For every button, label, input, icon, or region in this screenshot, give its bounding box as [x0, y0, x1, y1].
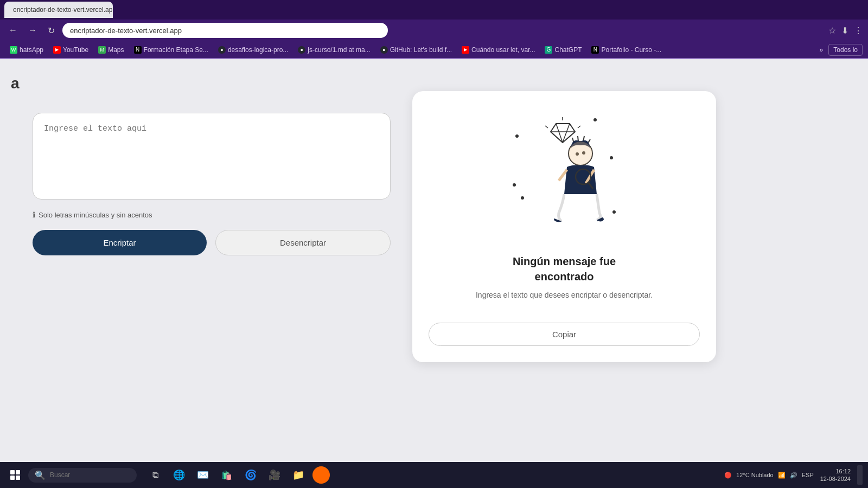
language-indicator: ESP: [802, 472, 814, 478]
download-icon[interactable]: ⬇: [841, 25, 848, 36]
taskbar-right: 🔴 12°C Nublado 📶 🔊 ESP 16:12 12-08-2024: [724, 465, 863, 485]
start-button[interactable]: [5, 465, 25, 485]
taskbar-search-icon: 🔍: [35, 470, 46, 480]
store-app[interactable]: 🛍️: [217, 465, 237, 485]
toolbar-icons: ☆ ⬇ ⋮: [828, 25, 863, 36]
time-display: 16:12: [820, 467, 851, 475]
tray-icon-1: 🔴: [724, 472, 732, 479]
date-display: 12-08-2024: [820, 475, 851, 483]
task-view-button[interactable]: ⧉: [145, 465, 165, 485]
tab-label: encriptador-de-texto-vert.vercel.app: [13, 6, 113, 14]
system-tray: 🔴 12°C Nublado 📶 🔊 ESP: [724, 472, 814, 479]
network-icon: 📶: [778, 472, 786, 479]
time-date: 16:12 12-08-2024: [820, 467, 851, 483]
files-app[interactable]: 📁: [289, 465, 308, 485]
illustration: [510, 113, 618, 243]
page-content: a ℹ Solo letras minúsculas y sin acentos…: [0, 59, 868, 462]
text-input[interactable]: [33, 113, 391, 200]
action-buttons: Encriptar Desencriptar: [33, 230, 391, 255]
bookmark-chatgpt[interactable]: G ChatGPT: [540, 44, 586, 55]
taskbar-apps: ⧉ 🌐 ✉️ 🛍️ 🌀 🎥 📁: [145, 465, 330, 485]
bookmarks-bar: W hatsApp ▶ YouTube M Maps N Formación E…: [0, 41, 868, 59]
github-icon-1: ●: [218, 46, 226, 54]
bookmark-whatsapp[interactable]: W hatsApp: [5, 44, 48, 55]
back-button[interactable]: ←: [5, 23, 21, 37]
dot-3: [513, 183, 516, 187]
bookmarks-more[interactable]: »: [820, 46, 824, 54]
bookmark-cuandousar[interactable]: ▶ Cuándo usar let, var...: [457, 44, 539, 55]
result-panel: Ningún mensaje fue encontrado Ingresa el…: [412, 91, 716, 362]
forward-button[interactable]: →: [25, 23, 40, 37]
maps-icon: M: [98, 46, 106, 54]
extra-app[interactable]: [312, 466, 330, 484]
copy-button[interactable]: Copiar: [429, 323, 700, 346]
bookmark-icon[interactable]: ☆: [828, 25, 836, 36]
meet-app[interactable]: 🎥: [265, 465, 284, 485]
active-tab[interactable]: encriptador-de-texto-vert.vercel.app: [4, 2, 113, 18]
chatgpt-icon: G: [545, 46, 552, 54]
bookmark-github[interactable]: ● GitHub: Let's build f...: [376, 44, 456, 55]
character-svg: [510, 113, 618, 243]
left-panel: ℹ Solo letras minúsculas y sin acentos E…: [33, 113, 391, 255]
chrome-app[interactable]: 🌐: [169, 465, 189, 485]
volume-icon: 🔊: [790, 472, 797, 479]
dot-5: [610, 156, 613, 159]
bookmark-desafios[interactable]: ● desafios-logica-pro...: [214, 44, 292, 55]
bookmark-youtube[interactable]: ▶ YouTube: [49, 44, 93, 55]
letter-indicator: a: [11, 75, 20, 92]
github-icon-2: ●: [298, 46, 305, 54]
encrypt-button[interactable]: Encriptar: [33, 230, 207, 255]
bookmark-portafolio[interactable]: N Portafolio - Curso -...: [587, 44, 666, 55]
svg-line-6: [578, 126, 580, 128]
svg-marker-0: [551, 124, 575, 143]
taskbar-search-bar[interactable]: 🔍: [28, 468, 137, 483]
decrypt-button[interactable]: Desencriptar: [215, 230, 391, 255]
show-desktop-button[interactable]: [857, 465, 863, 485]
warning-label: Solo letras minúsculas y sin acentos: [39, 211, 152, 219]
refresh-button[interactable]: ↻: [44, 23, 58, 38]
warning-row: ℹ Solo letras minúsculas y sin acentos: [33, 210, 391, 219]
dot-6: [612, 210, 616, 214]
taskbar: 🔍 ⧉ 🌐 ✉️ 🛍️ 🌀 🎥 📁 🔴 12°C Nublado 📶 🔊 ESP…: [0, 462, 868, 488]
mail-app[interactable]: ✉️: [193, 465, 213, 485]
more-icon[interactable]: ⋮: [854, 25, 863, 36]
github-icon-3: ●: [380, 46, 388, 54]
bookmark-formacion[interactable]: N Formación Etapa Se...: [130, 44, 213, 55]
taskbar-search-input[interactable]: [50, 471, 126, 479]
address-bar[interactable]: [62, 23, 388, 38]
info-icon: ℹ: [33, 210, 35, 219]
windows-icon: [10, 470, 20, 480]
notion-icon-2: N: [591, 46, 599, 54]
youtube-icon-2: ▶: [462, 46, 469, 54]
no-message-subtitle: Ingresa el texto que desees encriptar o …: [476, 290, 653, 301]
svg-line-17: [559, 170, 567, 181]
browser-toolbar: ← → ↻ ☆ ⬇ ⋮: [0, 20, 868, 41]
dot-4: [521, 196, 524, 200]
no-message-title: Ningún mensaje fue encontrado: [513, 254, 616, 284]
dot-2: [515, 134, 519, 138]
bookmark-js-curso[interactable]: ● js-curso/1.md at ma...: [293, 44, 374, 55]
dot-1: [593, 118, 597, 121]
bookmark-maps[interactable]: M Maps: [94, 44, 128, 55]
tab-bar: encriptador-de-texto-vert.vercel.app: [0, 0, 868, 20]
weather-info: 12°C Nublado: [736, 472, 774, 478]
folders-section[interactable]: Todos lo: [828, 44, 863, 56]
whatsapp-icon: W: [10, 46, 17, 54]
notion-icon: N: [134, 46, 142, 54]
edge-app[interactable]: 🌀: [241, 465, 260, 485]
svg-line-5: [545, 126, 548, 128]
browser-chrome: encriptador-de-texto-vert.vercel.app ← →…: [0, 0, 868, 59]
youtube-icon: ▶: [53, 46, 61, 54]
weather-text: 12°C Nublado: [736, 472, 774, 478]
svg-point-18: [569, 142, 592, 165]
